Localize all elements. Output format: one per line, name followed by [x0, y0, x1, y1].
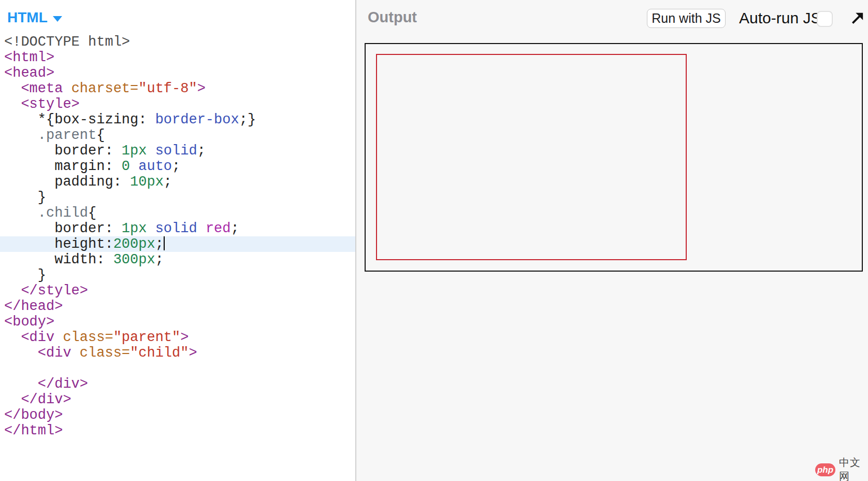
code-token: </head> — [4, 299, 63, 314]
language-dropdown-label: HTML — [7, 9, 48, 26]
code-token: "child" — [130, 345, 189, 361]
code-token — [147, 221, 155, 236]
code-line[interactable]: <div class="child"> — [0, 345, 355, 361]
code-token: ; — [172, 159, 180, 174]
output-preview — [356, 0, 868, 481]
code-token: box-sizing — [54, 112, 138, 128]
code-line[interactable]: <div class="parent"> — [0, 330, 355, 345]
code-line[interactable]: padding: 10px; — [0, 174, 355, 190]
code-token: border-box — [155, 112, 239, 128]
code-playground: HTML <!DOCTYPE html><html><head> <meta c… — [0, 0, 868, 481]
code-token: <!DOCTYPE html> — [4, 34, 130, 50]
code-line[interactable]: margin: 0 auto; — [0, 159, 355, 174]
code-token — [4, 205, 38, 221]
code-token: red — [206, 221, 231, 236]
code-token: <div — [21, 330, 54, 345]
code-token: 1px — [122, 221, 147, 236]
code-token — [4, 376, 38, 392]
code-line[interactable]: *{box-sizing: border-box;} — [0, 112, 355, 128]
text-cursor — [164, 236, 165, 250]
output-pane: Output Run with JS Auto-run JS php 中文网 — [356, 0, 868, 481]
code-token: ; — [155, 252, 164, 267]
code-line[interactable]: <meta charset="utf-8"> — [0, 81, 355, 96]
php-logo: php — [815, 463, 835, 476]
code-line[interactable]: </div> — [0, 392, 355, 407]
code-token: charset= — [71, 81, 139, 96]
code-token: auto — [138, 159, 172, 174]
code-line[interactable]: </div> — [0, 376, 355, 392]
code-token — [4, 221, 54, 236]
code-token: : — [105, 143, 121, 159]
code-token: } — [4, 190, 46, 205]
code-line[interactable]: border: 1px solid; — [0, 143, 355, 159]
code-token — [4, 128, 38, 143]
code-token: 0 — [122, 159, 130, 174]
code-line[interactable]: </style> — [0, 283, 355, 299]
code-line[interactable]: width: 300px; — [0, 252, 355, 267]
code-token: : — [105, 159, 121, 174]
code-token — [4, 236, 54, 252]
code-token: solid — [155, 143, 197, 159]
code-token: { — [96, 128, 105, 143]
code-token: </div> — [21, 392, 71, 407]
watermark-site-label: 中文网 — [839, 456, 868, 481]
code-token: class= — [80, 345, 130, 361]
code-token: height — [54, 236, 105, 252]
code-line[interactable]: </html> — [0, 423, 355, 438]
code-token: solid — [155, 221, 197, 236]
code-token: border — [54, 221, 105, 236]
code-line[interactable]: <head> — [0, 65, 355, 81]
code-token: .child — [38, 205, 88, 221]
code-token: { — [88, 205, 96, 221]
code-token: <head> — [4, 65, 54, 81]
code-token: 10px — [130, 174, 164, 190]
preview-parent-box — [365, 43, 863, 272]
code-token: ; — [164, 174, 172, 190]
code-line[interactable]: <style> — [0, 96, 355, 112]
code-line[interactable]: border: 1px solid red; — [0, 221, 355, 236]
chevron-down-icon — [53, 16, 62, 22]
code-line[interactable]: .parent{ — [0, 128, 355, 143]
code-token: border — [54, 143, 105, 159]
code-token — [130, 159, 138, 174]
language-dropdown[interactable]: HTML — [7, 9, 62, 26]
code-token — [4, 252, 54, 267]
code-token — [4, 143, 54, 159]
code-token: *{ — [4, 112, 54, 128]
code-token: padding — [54, 174, 113, 190]
editor-pane: HTML <!DOCTYPE html><html><head> <meta c… — [0, 0, 356, 481]
code-token: </style> — [21, 283, 88, 299]
code-line[interactable]: </head> — [0, 299, 355, 314]
code-token: "parent" — [113, 330, 181, 345]
code-token — [71, 345, 80, 361]
code-editor[interactable]: <!DOCTYPE html><html><head> <meta charse… — [0, 34, 355, 438]
code-line[interactable]: .child{ — [0, 205, 355, 221]
code-token: > — [197, 81, 206, 96]
code-token — [4, 159, 54, 174]
code-token: 1px — [122, 143, 147, 159]
code-token: </body> — [4, 407, 63, 423]
code-line[interactable]: } — [0, 267, 355, 283]
code-line[interactable]: </body> — [0, 407, 355, 423]
code-token: <body> — [4, 314, 54, 330]
code-token: : — [138, 112, 155, 128]
code-line[interactable]: } — [0, 190, 355, 205]
code-token — [4, 81, 21, 96]
code-line[interactable]: <!DOCTYPE html> — [0, 34, 355, 50]
code-line[interactable]: <html> — [0, 50, 355, 65]
code-token: width — [54, 252, 96, 267]
code-token: </div> — [38, 376, 88, 392]
code-token: margin — [54, 159, 105, 174]
code-line[interactable]: height:200px; — [0, 236, 355, 252]
code-token: 300px — [113, 252, 155, 267]
code-token: } — [4, 267, 46, 283]
preview-child-box — [376, 54, 687, 260]
code-token — [4, 345, 38, 361]
code-token: <html> — [4, 50, 54, 65]
code-token: class= — [63, 330, 113, 345]
code-line[interactable] — [0, 361, 355, 376]
code-token — [4, 330, 21, 345]
code-token: <div — [38, 345, 71, 361]
code-line[interactable]: <body> — [0, 314, 355, 330]
code-token: ; — [197, 143, 206, 159]
